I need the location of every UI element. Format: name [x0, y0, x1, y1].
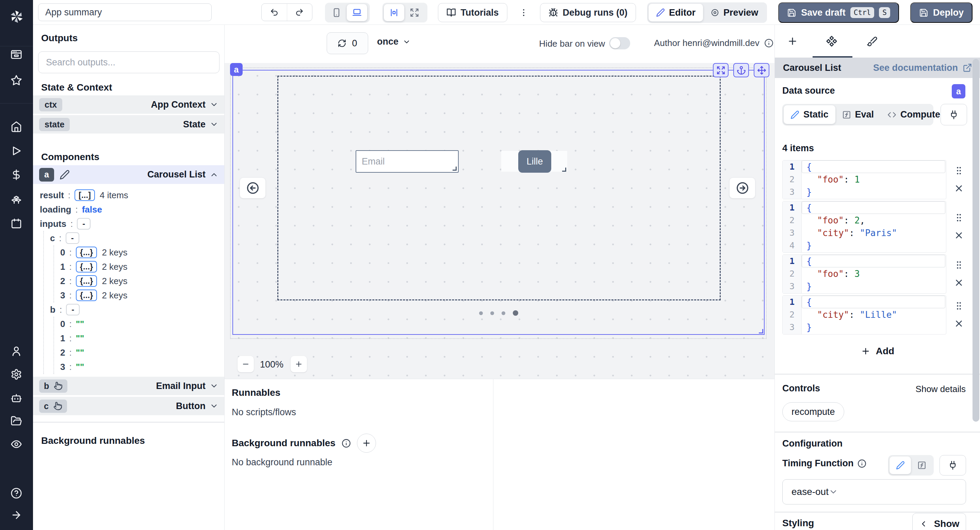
styling-show-button[interactable]: Show: [912, 513, 966, 530]
chevron-down-icon[interactable]: [210, 382, 218, 390]
connect-plug-button[interactable]: [940, 104, 967, 125]
schedule-dropdown[interactable]: once: [377, 37, 411, 47]
editor-content[interactable]: { "foo": 2, "city": "Paris"}: [802, 201, 946, 252]
chevron-down-icon[interactable]: [210, 100, 218, 109]
dollar-icon[interactable]: [11, 169, 22, 180]
delete-item-icon[interactable]: [954, 278, 964, 288]
eye-icon[interactable]: [11, 438, 22, 450]
component-settings-tab[interactable]: [822, 32, 841, 50]
timing-function-select[interactable]: ease-out: [782, 479, 966, 504]
tree-expand-pill[interactable]: {...}: [76, 247, 97, 258]
hide-bar-toggle[interactable]: [609, 37, 630, 49]
refresh-counter-button[interactable]: 0: [327, 32, 368, 54]
boxes-icon[interactable]: [11, 193, 22, 205]
deploy-button[interactable]: Deploy: [910, 2, 972, 23]
recompute-button[interactable]: recompute: [782, 402, 844, 421]
user-icon[interactable]: [11, 345, 22, 357]
ctx-row[interactable]: ctx App Context: [33, 95, 224, 115]
timing-plug-button[interactable]: [940, 455, 966, 476]
styling-tab[interactable]: [862, 32, 882, 50]
carousel-prev-button[interactable]: [240, 178, 266, 198]
compute-mode-button[interactable]: Compute: [881, 105, 947, 124]
resize-handle[interactable]: [562, 168, 566, 172]
tree-expand-pill[interactable]: -: [77, 218, 91, 230]
component-tag[interactable]: a: [230, 63, 243, 76]
delete-item-icon[interactable]: [954, 183, 964, 193]
drag-handle-icon[interactable]: [954, 301, 964, 311]
info-icon[interactable]: [858, 459, 866, 468]
info-icon[interactable]: [342, 439, 351, 448]
play-icon[interactable]: [11, 145, 22, 157]
delete-item-icon[interactable]: [954, 318, 964, 329]
drag-handle-icon[interactable]: [954, 166, 964, 176]
tree-expand-pill[interactable]: {...}: [76, 289, 97, 301]
folder-open-icon[interactable]: [11, 415, 22, 427]
editor-content[interactable]: { "city": "Lille"}: [802, 296, 946, 334]
chevron-down-icon[interactable]: [210, 120, 218, 129]
json-item-editor-2[interactable]: 1234{ "foo": 2, "city": "Paris"}: [782, 201, 946, 253]
tree-expand-pill[interactable]: -: [66, 232, 79, 244]
static-mode-button[interactable]: Static: [784, 105, 835, 124]
tree-expand-pill[interactable]: {...}: [76, 261, 97, 273]
json-item-editor-3[interactable]: 123{ "foo": 3}: [782, 254, 946, 294]
editor-tab[interactable]: Editor: [649, 4, 703, 21]
zoom-out-button[interactable]: [237, 356, 254, 372]
timing-static-button[interactable]: [889, 457, 911, 474]
search-outputs-input[interactable]: [38, 51, 220, 73]
state-row[interactable]: state State: [33, 115, 224, 134]
star-icon[interactable]: [11, 75, 22, 86]
rename-pencil-icon[interactable]: [60, 170, 70, 180]
editor-content[interactable]: { "foo": 3}: [802, 255, 946, 293]
anchor-component-button[interactable]: [733, 63, 749, 77]
delete-item-icon[interactable]: [954, 230, 964, 241]
insert-component-tab[interactable]: [783, 32, 802, 50]
save-draft-button[interactable]: Save draft Ctrl S: [778, 2, 899, 23]
eval-mode-button[interactable]: Eval: [835, 105, 881, 124]
calendar-icon[interactable]: [11, 218, 22, 229]
see-documentation-link[interactable]: See documentation: [873, 63, 972, 73]
carousel-next-button[interactable]: [730, 178, 755, 198]
carousel-dot-3[interactable]: [501, 311, 505, 315]
chevron-down-icon[interactable]: [210, 402, 218, 410]
resize-handle[interactable]: [453, 166, 457, 171]
component-row-b[interactable]: b Email Input: [33, 377, 224, 396]
move-component-button[interactable]: [754, 63, 769, 77]
app-window-icon[interactable]: [11, 49, 22, 60]
carousel-dot-1[interactable]: [479, 311, 483, 315]
center-layout-button[interactable]: [384, 4, 404, 21]
add-item-button[interactable]: Add: [775, 346, 980, 357]
tutorials-button[interactable]: Tutorials: [438, 3, 508, 22]
redo-button[interactable]: [287, 4, 312, 21]
tree-expand-pill[interactable]: -: [66, 304, 80, 315]
help-circle-icon[interactable]: [11, 487, 22, 499]
zoom-in-button[interactable]: [291, 356, 307, 372]
app-summary-input[interactable]: [38, 3, 212, 21]
chevron-up-icon[interactable]: [210, 170, 218, 179]
mobile-view-button[interactable]: [326, 4, 347, 21]
more-menu-button[interactable]: [519, 3, 529, 22]
expand-component-button[interactable]: [713, 63, 729, 77]
carousel-drop-zone[interactable]: [277, 76, 721, 300]
carousel-dot-2[interactable]: [490, 311, 494, 315]
carousel-dot-4[interactable]: [513, 310, 518, 316]
component-resize-handle[interactable]: [759, 329, 763, 334]
lille-button-component[interactable]: Lille: [518, 150, 551, 173]
drag-handle-icon[interactable]: [954, 260, 964, 270]
json-item-editor-1[interactable]: 123{ "foo": 1}: [782, 160, 946, 199]
json-item-editor-4[interactable]: 123{ "city": "Lille"}: [782, 295, 946, 334]
show-details-link[interactable]: Show details: [916, 384, 966, 394]
windmill-logo[interactable]: [0, 0, 33, 33]
component-row-c[interactable]: c Button: [33, 397, 224, 416]
desktop-view-button[interactable]: [347, 4, 367, 21]
email-input-component[interactable]: Email: [356, 150, 459, 173]
scrollbar-thumb[interactable]: [972, 59, 979, 422]
component-row-a[interactable]: a Carousel List: [33, 165, 224, 184]
undo-button[interactable]: [262, 4, 287, 21]
timing-eval-button[interactable]: [911, 457, 932, 474]
full-width-button[interactable]: [404, 4, 425, 21]
bot-icon[interactable]: [11, 392, 22, 404]
debug-runs-button[interactable]: Debug runs (0): [540, 3, 636, 22]
preview-tab[interactable]: Preview: [703, 4, 765, 21]
drag-handle-icon[interactable]: [954, 212, 964, 223]
add-background-runnable-button[interactable]: [357, 434, 376, 453]
